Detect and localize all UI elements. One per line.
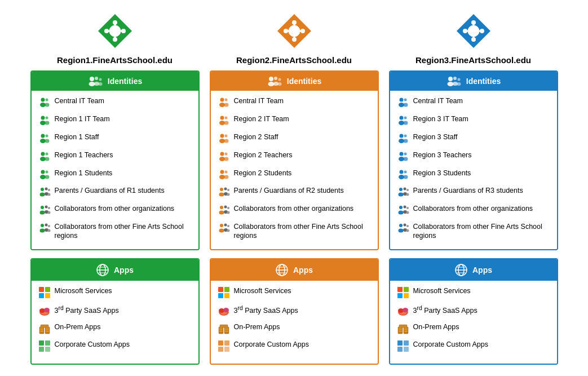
svg-point-13: [98, 82, 102, 86]
svg-point-169: [457, 82, 461, 86]
svg-point-39: [47, 193, 50, 196]
list-item: Corporate Custom Apps: [38, 340, 192, 355]
svg-point-90: [278, 78, 281, 81]
svg-point-82: [292, 20, 297, 25]
svg-rect-153: [224, 340, 229, 346]
group-icon: [218, 204, 230, 219]
custom-icon: [397, 340, 409, 355]
group-icon: [38, 204, 51, 219]
svg-point-113: [219, 193, 224, 197]
list-item-text: Central IT Team: [234, 96, 284, 105]
region-title-region2: Region2.FineArtsSchool.edu: [236, 55, 352, 65]
group-icon: [397, 222, 409, 237]
svg-rect-58: [45, 287, 50, 292]
list-item: Microsoft Services: [397, 286, 550, 302]
svg-point-17: [45, 103, 49, 107]
apps-body-region3: Microsoft Services 3rd Party SaaS Apps O…: [390, 281, 557, 364]
identities-header-region1: Identities: [32, 72, 198, 91]
list-item-text: Region 1 IT Team: [55, 114, 110, 123]
svg-rect-73: [41, 325, 48, 328]
svg-point-9: [89, 82, 95, 86]
svg-rect-75: [45, 340, 50, 346]
svg-point-116: [227, 189, 229, 191]
list-item: 3rd Party SaaS Apps: [38, 304, 192, 320]
identities-label-region1: Identities: [108, 77, 142, 86]
svg-rect-223: [399, 329, 402, 330]
svg-point-64: [44, 308, 50, 312]
list-item: Central IT Team: [218, 96, 371, 112]
list-item-text: Region 1 Students: [55, 169, 113, 178]
onprem-icon: [397, 322, 409, 338]
svg-point-119: [219, 211, 224, 215]
list-item-text: Corporate Custom Apps: [413, 340, 488, 349]
svg-point-170: [399, 98, 403, 102]
svg-point-178: [399, 134, 403, 138]
identities-body-region3: Central IT Team Region 3 IT Team Region …: [390, 91, 557, 249]
svg-rect-231: [404, 340, 409, 346]
ms365-icon: [38, 286, 51, 302]
list-item: Collaborators from other Fine Arts Schoo…: [38, 222, 192, 241]
svg-rect-136: [224, 287, 229, 292]
svg-point-36: [45, 188, 47, 191]
diamond-icon-region2: [275, 11, 314, 51]
group-icon: [397, 114, 409, 130]
svg-point-8: [90, 77, 94, 81]
svg-point-114: [224, 188, 227, 191]
list-item: Corporate Custom Apps: [397, 340, 550, 355]
list-item-text: Region 1 Staff: [55, 132, 99, 141]
svg-point-110: [224, 170, 227, 173]
ms365-icon: [397, 286, 409, 302]
ms365-icon: [218, 286, 230, 302]
svg-point-200: [406, 207, 409, 209]
svg-rect-149: [225, 329, 228, 330]
region-title-region1: Region1.FineArtsSchool.edu: [57, 55, 173, 65]
custom-icon: [218, 340, 230, 355]
list-item-text: 3rd Party SaaS Apps: [413, 304, 478, 315]
svg-point-128: [227, 225, 229, 227]
svg-point-7: [121, 29, 126, 33]
svg-point-195: [406, 193, 409, 196]
svg-point-6: [104, 29, 109, 33]
list-item-text: On-Prem Apps: [413, 322, 459, 331]
svg-point-198: [403, 206, 406, 209]
identities-box-region1: Identities Central IT Team Region 1 IT T…: [30, 70, 200, 250]
svg-point-197: [398, 211, 403, 215]
svg-point-202: [399, 224, 403, 227]
svg-point-84: [284, 29, 288, 33]
apps-label-region1: Apps: [114, 266, 134, 275]
svg-point-88: [274, 77, 277, 80]
svg-point-184: [404, 152, 406, 155]
apps-box-region1: Apps Microsoft Services 3rd Party SaaS A…: [30, 258, 200, 365]
apps-body-region2: Microsoft Services 3rd Party SaaS Apps O…: [211, 281, 378, 364]
svg-point-203: [398, 229, 403, 233]
svg-point-51: [47, 229, 50, 232]
list-item: Microsoft Services: [218, 286, 371, 302]
onprem-icon: [38, 322, 51, 338]
svg-point-106: [224, 152, 227, 155]
svg-point-87: [268, 82, 274, 86]
identities-header-region3: Identities: [390, 72, 557, 91]
custom-icon: [38, 340, 51, 355]
svg-point-142: [223, 308, 229, 312]
identities-body-region2: Central IT Team Region 2 IT Team Region …: [211, 91, 378, 249]
svg-point-95: [224, 103, 228, 107]
svg-point-192: [403, 188, 406, 191]
svg-point-5: [113, 37, 117, 42]
list-item: On-Prem Apps: [218, 322, 371, 338]
group-icon: [218, 186, 230, 201]
group-icon: [218, 222, 230, 237]
group-icon: [218, 96, 230, 112]
list-item: Central IT Team: [38, 96, 192, 112]
list-item-text: Parents / Guardians of R3 students: [413, 186, 523, 195]
svg-point-98: [224, 116, 227, 119]
svg-point-103: [224, 139, 228, 143]
svg-rect-146: [219, 331, 223, 332]
list-item-text: Collaborators from other Fine Arts Schoo…: [234, 222, 371, 241]
svg-point-100: [220, 134, 224, 138]
svg-rect-74: [39, 340, 44, 346]
svg-point-162: [463, 29, 467, 33]
svg-rect-233: [404, 347, 409, 352]
svg-rect-222: [399, 328, 402, 329]
saas-icon: [218, 304, 230, 320]
svg-point-107: [224, 157, 228, 161]
